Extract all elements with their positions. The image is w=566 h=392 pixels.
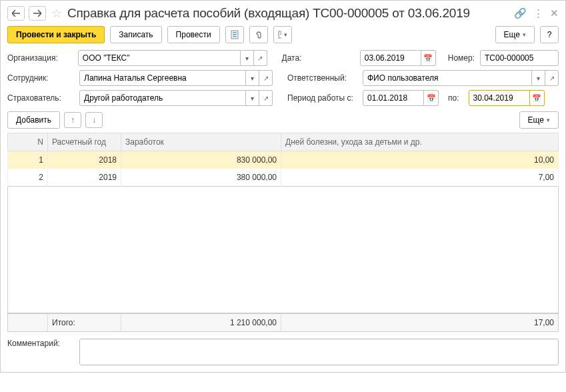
insurer-open-icon[interactable]: ↗ bbox=[259, 90, 273, 106]
nav-back-button[interactable] bbox=[7, 6, 25, 21]
help-button[interactable]: ? bbox=[540, 26, 559, 43]
responsible-open-icon[interactable]: ↗ bbox=[545, 70, 559, 86]
attach-icon-button[interactable] bbox=[249, 26, 268, 43]
period-to-input[interactable] bbox=[469, 90, 530, 106]
more-button[interactable]: Еще bbox=[495, 26, 535, 43]
period-to-calendar-icon[interactable]: 📅 bbox=[530, 90, 545, 106]
period-to-label: по: bbox=[448, 93, 459, 103]
number-label: Номер: bbox=[448, 53, 475, 63]
svg-rect-5 bbox=[280, 33, 281, 33]
save-button[interactable]: Записать bbox=[110, 26, 161, 43]
footer-earnings: 1 210 000,00 bbox=[121, 314, 281, 331]
insurer-input[interactable] bbox=[79, 90, 246, 106]
insurer-dropdown-icon[interactable]: ▾ bbox=[246, 90, 259, 106]
org-input[interactable] bbox=[78, 50, 241, 66]
date-label: Дата: bbox=[282, 53, 305, 63]
period-from-input[interactable] bbox=[363, 90, 424, 106]
responsible-dropdown-icon[interactable]: ▾ bbox=[532, 70, 545, 86]
date-calendar-icon[interactable]: 📅 bbox=[421, 50, 436, 66]
comment-label: Комментарий: bbox=[7, 339, 74, 348]
table-more-button[interactable]: Еще bbox=[519, 111, 559, 129]
employee-dropdown-icon[interactable]: ▾ bbox=[246, 70, 259, 86]
employee-label: Сотрудник: bbox=[7, 73, 74, 83]
close-icon[interactable]: ✕ bbox=[550, 7, 559, 19]
table-row[interactable]: 1 2018 830 000,00 10,00 bbox=[8, 151, 559, 169]
svg-rect-6 bbox=[280, 34, 281, 35]
date-input[interactable] bbox=[360, 50, 421, 66]
nav-forward-button[interactable] bbox=[29, 6, 46, 21]
svg-rect-2 bbox=[233, 34, 237, 35]
period-from-label: Период работы с: bbox=[287, 93, 357, 103]
table-empty-area[interactable] bbox=[7, 187, 559, 313]
report-icon-button[interactable] bbox=[225, 26, 244, 43]
move-up-button[interactable]: ↑ bbox=[64, 112, 81, 128]
employee-input[interactable] bbox=[79, 70, 246, 86]
comment-input[interactable] bbox=[79, 339, 559, 365]
footer-days: 17,00 bbox=[281, 314, 558, 331]
period-from-calendar-icon[interactable]: 📅 bbox=[424, 90, 439, 106]
earnings-table: N Расчетный год Заработок Дней болезни, … bbox=[7, 133, 559, 187]
number-input[interactable] bbox=[480, 50, 559, 66]
svg-rect-3 bbox=[233, 36, 237, 37]
table-footer: Итого: 1 210 000,00 17,00 bbox=[7, 313, 559, 332]
col-year[interactable]: Расчетный год bbox=[48, 133, 121, 151]
link-icon[interactable]: 🔗 bbox=[514, 7, 527, 19]
table-row[interactable]: 2 2019 380 000,00 7,00 bbox=[8, 169, 559, 187]
col-n[interactable]: N bbox=[8, 133, 48, 151]
template-dropdown-button[interactable] bbox=[273, 26, 292, 43]
responsible-input[interactable] bbox=[363, 70, 532, 86]
post-and-close-button[interactable]: Провести и закрыть bbox=[7, 26, 105, 43]
org-label: Организация: bbox=[7, 53, 73, 63]
insurer-label: Страхователь: bbox=[7, 93, 74, 103]
employee-open-icon[interactable]: ↗ bbox=[259, 70, 273, 86]
window-title: Справка для расчета пособий (входящая) Т… bbox=[67, 6, 510, 21]
responsible-label: Ответственный: bbox=[287, 73, 357, 83]
add-row-button[interactable]: Добавить bbox=[7, 111, 60, 129]
col-earnings[interactable]: Заработок bbox=[121, 133, 281, 151]
footer-label: Итого: bbox=[48, 314, 121, 331]
svg-rect-1 bbox=[233, 32, 237, 33]
org-open-icon[interactable]: ↗ bbox=[254, 50, 267, 66]
post-button[interactable]: Провести bbox=[167, 26, 220, 43]
org-dropdown-icon[interactable]: ▾ bbox=[241, 50, 254, 66]
menu-dots-icon[interactable]: ⋮ bbox=[533, 7, 543, 19]
col-days[interactable]: Дней болезни, ухода за детьми и др. bbox=[281, 133, 559, 151]
favorite-star-icon[interactable]: ☆ bbox=[51, 6, 62, 21]
move-down-button[interactable]: ↓ bbox=[85, 112, 103, 128]
